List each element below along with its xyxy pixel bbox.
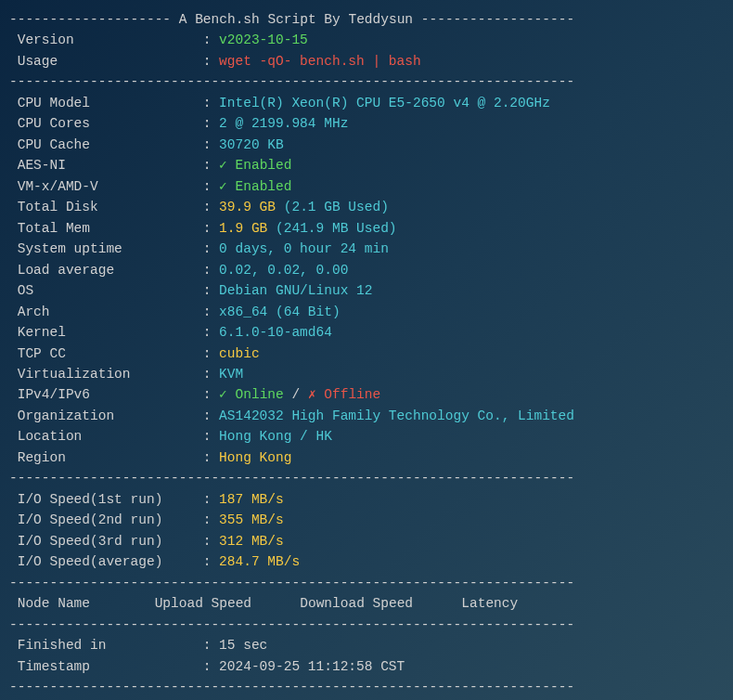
cpu-cache-row: CPU Cache : 30720 KB [9, 135, 705, 155]
version-value: v2023-10-15 [219, 32, 308, 47]
cross-icon: ✗ [308, 387, 324, 402]
cpu-model-row: CPU Model : Intel(R) Xeon(R) CPU E5-2650… [9, 93, 705, 113]
divider: ----------------------------------------… [9, 468, 705, 488]
aes-ni-row: AES-NI : ✓ Enabled [9, 155, 705, 175]
load-row: Load average : 0.02, 0.02, 0.00 [9, 260, 705, 280]
check-icon: ✓ [219, 179, 235, 194]
timestamp-row: Timestamp : 2024-09-25 11:12:58 CST [9, 656, 705, 677]
table-header: Node Name Upload Speed Download Speed La… [9, 593, 705, 614]
divider: ----------------------------------------… [9, 615, 705, 635]
version-row: Version : v2023-10-15 [9, 30, 705, 50]
io3-row: I/O Speed(3rd run) : 312 MB/s [9, 531, 705, 551]
os-row: OS : Debian GNU/Linux 12 [9, 280, 705, 301]
cpu-cores-row: CPU Cores : 2 @ 2199.984 MHz [9, 113, 705, 134]
tcp-cc-row: TCP CC : cubic [9, 344, 705, 364]
kernel-row: Kernel : 6.1.0-10-amd64 [9, 322, 705, 343]
divider: ----------------------------------------… [9, 677, 705, 697]
usage-row: Usage : wget -qO- bench.sh | bash [9, 51, 705, 71]
title-divider: -------------------- A Bench.sh Script B… [9, 9, 705, 30]
io1-row: I/O Speed(1st run) : 187 MB/s [9, 489, 705, 510]
usage-label: Usage [9, 51, 195, 71]
divider: ----------------------------------------… [9, 71, 705, 92]
finished-row: Finished in : 15 sec [9, 635, 705, 655]
uptime-row: System uptime : 0 days, 0 hour 24 min [9, 239, 705, 259]
total-disk-row: Total Disk : 39.9 GB (2.1 GB Used) [9, 197, 705, 217]
total-mem-row: Total Mem : 1.9 GB (241.9 MB Used) [9, 218, 705, 239]
ioavg-row: I/O Speed(average) : 284.7 MB/s [9, 551, 705, 572]
vmx-row: VM-x/AMD-V : ✓ Enabled [9, 176, 705, 197]
ipv-row: IPv4/IPv6 : ✓ Online / ✗ Offline [9, 384, 705, 405]
arch-row: Arch : x86_64 (64 Bit) [9, 302, 705, 322]
version-label: Version [9, 30, 195, 50]
usage-value: wget -qO- bench.sh | bash [219, 54, 421, 69]
io2-row: I/O Speed(2nd run) : 355 MB/s [9, 510, 705, 530]
check-icon: ✓ [219, 387, 235, 402]
org-row: Organization : AS142032 High Family Tech… [9, 406, 705, 426]
location-row: Location : Hong Kong / HK [9, 426, 705, 447]
check-icon: ✓ [219, 158, 235, 173]
virt-row: Virtualization : KVM [9, 364, 705, 384]
region-row: Region : Hong Kong [9, 447, 705, 468]
divider: ----------------------------------------… [9, 573, 705, 593]
